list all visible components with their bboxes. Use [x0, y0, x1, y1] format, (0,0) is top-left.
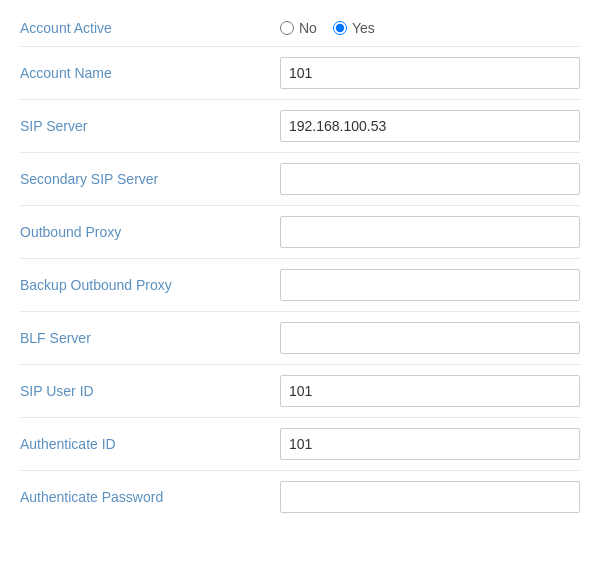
control-wrap-sip-server [280, 110, 580, 142]
form-row-sip-server: SIP Server [20, 100, 580, 153]
form-row-blf-server: BLF Server [20, 312, 580, 365]
control-wrap-account-active: NoYes [280, 20, 580, 36]
input-secondary-sip-server[interactable] [280, 163, 580, 195]
input-backup-outbound-proxy[interactable] [280, 269, 580, 301]
form-row-sip-user-id: SIP User ID [20, 365, 580, 418]
control-wrap-authenticate-id [280, 428, 580, 460]
form-row-backup-outbound-proxy: Backup Outbound Proxy [20, 259, 580, 312]
label-account-name: Account Name [20, 65, 280, 81]
label-backup-outbound-proxy: Backup Outbound Proxy [20, 277, 280, 293]
input-authenticate-id[interactable] [280, 428, 580, 460]
form-row-authenticate-password: Authenticate Password [20, 471, 580, 523]
input-sip-user-id[interactable] [280, 375, 580, 407]
form-row-account-name: Account Name [20, 47, 580, 100]
radio-input-account-active-no[interactable] [280, 21, 294, 35]
input-account-name[interactable] [280, 57, 580, 89]
form-row-outbound-proxy: Outbound Proxy [20, 206, 580, 259]
control-wrap-account-name [280, 57, 580, 89]
radio-input-account-active-yes[interactable] [333, 21, 347, 35]
label-authenticate-password: Authenticate Password [20, 489, 280, 505]
control-wrap-outbound-proxy [280, 216, 580, 248]
radio-option-account-active-yes[interactable]: Yes [333, 20, 375, 36]
form-row-authenticate-id: Authenticate ID [20, 418, 580, 471]
label-account-active: Account Active [20, 20, 280, 36]
label-sip-server: SIP Server [20, 118, 280, 134]
control-wrap-sip-user-id [280, 375, 580, 407]
form-row-secondary-sip-server: Secondary SIP Server [20, 153, 580, 206]
label-blf-server: BLF Server [20, 330, 280, 346]
control-wrap-secondary-sip-server [280, 163, 580, 195]
label-authenticate-id: Authenticate ID [20, 436, 280, 452]
radio-option-account-active-no[interactable]: No [280, 20, 317, 36]
label-sip-user-id: SIP User ID [20, 383, 280, 399]
radio-label-account-active-yes: Yes [352, 20, 375, 36]
input-sip-server[interactable] [280, 110, 580, 142]
control-wrap-authenticate-password [280, 481, 580, 513]
input-authenticate-password[interactable] [280, 481, 580, 513]
label-secondary-sip-server: Secondary SIP Server [20, 171, 280, 187]
form-container: Account ActiveNoYesAccount NameSIP Serve… [20, 10, 580, 523]
input-blf-server[interactable] [280, 322, 580, 354]
radio-group-account-active: NoYes [280, 20, 580, 36]
control-wrap-backup-outbound-proxy [280, 269, 580, 301]
label-outbound-proxy: Outbound Proxy [20, 224, 280, 240]
form-row-account-active: Account ActiveNoYes [20, 10, 580, 47]
radio-label-account-active-no: No [299, 20, 317, 36]
control-wrap-blf-server [280, 322, 580, 354]
input-outbound-proxy[interactable] [280, 216, 580, 248]
